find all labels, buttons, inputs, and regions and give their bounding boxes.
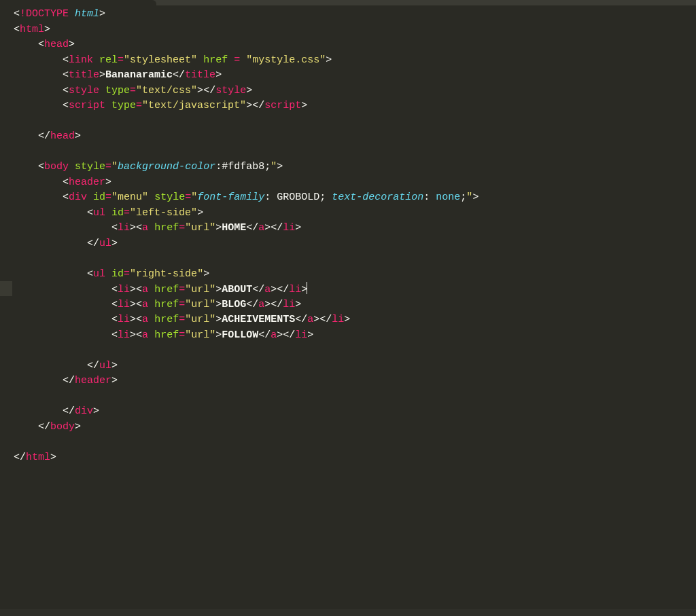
- code-line[interactable]: <!DOCTYPE html>: [14, 7, 696, 22]
- code-line[interactable]: [14, 343, 696, 359]
- code-line[interactable]: [14, 435, 696, 450]
- code-line[interactable]: <script type="text/javascript"></script>: [14, 98, 696, 114]
- code-line[interactable]: <header>: [14, 175, 696, 191]
- code-line[interactable]: </head>: [14, 129, 696, 145]
- code-line[interactable]: <ul id="right-side">: [14, 267, 696, 283]
- code-line[interactable]: <html>: [14, 22, 696, 38]
- code-line[interactable]: <link rel="stylesheet" href = "mystyle.c…: [14, 53, 696, 69]
- code-line[interactable]: </div>: [14, 404, 696, 420]
- code-line[interactable]: <li><a href="url">HOME</a></li>: [14, 221, 696, 236]
- code-editor[interactable]: <!DOCTYPE html><html> <head> <link rel="…: [14, 7, 696, 465]
- code-line[interactable]: <div id="menu" style="font-family: GROBO…: [14, 190, 696, 206]
- code-line[interactable]: <ul id="left-side">: [14, 206, 696, 221]
- code-line[interactable]: </html>: [14, 450, 696, 466]
- code-line[interactable]: <li><a href="url">FOLLOW</a></li>: [14, 328, 696, 344]
- code-line[interactable]: <head>: [14, 37, 696, 53]
- code-line[interactable]: [14, 145, 696, 160]
- code-line[interactable]: <style type="text/css"></style>: [14, 84, 696, 99]
- code-line[interactable]: </ul>: [14, 359, 696, 374]
- code-line[interactable]: <body style="background-color:#fdfab8;">: [14, 160, 696, 175]
- code-line[interactable]: [14, 389, 696, 405]
- code-line[interactable]: <li><a href="url">ACHEIVEMENTS</a></li>: [14, 312, 696, 328]
- code-line[interactable]: <li><a href="url">BLOG</a></li>: [14, 297, 696, 313]
- horizontal-scrollbar[interactable]: [0, 609, 696, 616]
- code-line[interactable]: </body>: [14, 420, 696, 435]
- text-cursor: [307, 282, 307, 294]
- code-line[interactable]: <li><a href="url">ABOUT</a></li>: [14, 282, 696, 297]
- code-line[interactable]: <title>Bananaramic</title>: [14, 68, 696, 84]
- gutter-highlight: [0, 281, 12, 296]
- code-line[interactable]: </header>: [14, 374, 696, 389]
- code-line[interactable]: </ul>: [14, 236, 696, 252]
- active-tab[interactable]: [0, 0, 156, 5]
- code-line[interactable]: [14, 114, 696, 130]
- code-line[interactable]: [14, 251, 696, 267]
